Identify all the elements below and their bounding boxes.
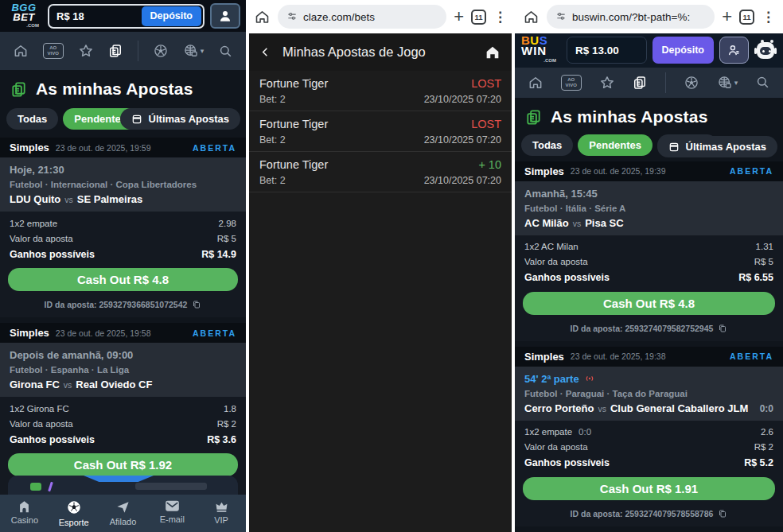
bet-date: 23 de out. de 2025, 19:39 [571, 166, 723, 176]
stake-row: Valor da apostaR$ 5 [0, 231, 246, 246]
live-nav-icon[interactable]: AO VIVO [43, 43, 64, 59]
partially-visible-card[interactable] [8, 476, 238, 495]
address-bar[interactable]: claze.com/bets [278, 5, 446, 29]
last-bets-button[interactable]: Últimas Apostas [120, 108, 240, 130]
stake-row: Valor da apostaR$ 2 [0, 416, 246, 431]
soccer-icon[interactable] [153, 43, 169, 59]
support-bot-icon[interactable] [754, 40, 777, 60]
page-title: As minhas Apostas [36, 80, 193, 99]
casino-icon [17, 499, 32, 513]
soccer-ball-icon [66, 499, 82, 515]
bottom-nav-afilado[interactable]: Afilado [99, 499, 146, 526]
page-title-row: As minhas Apostas [0, 70, 246, 105]
browser-home-icon[interactable] [523, 9, 540, 25]
deposit-button[interactable]: Depósito [652, 37, 714, 64]
bet-teams: AC Milão vs Pisa SC [524, 217, 773, 229]
crown-icon [214, 499, 229, 513]
tab-todas[interactable]: Todas [521, 134, 573, 156]
game-bet-row[interactable]: Fortune TigerLOST Bet: 223/10/2025 07:20 [249, 111, 512, 152]
search-icon[interactable] [218, 44, 233, 59]
copy-icon[interactable] [192, 300, 201, 309]
game-name: Fortune Tiger [259, 118, 328, 130]
live-nav-icon[interactable]: AO VIVO [561, 75, 582, 91]
bggbet-logo[interactable]: BGG BET .COM [6, 2, 42, 30]
address-bar[interactable]: buswin.com/?bt-path=%: [547, 5, 715, 29]
game-bet-row[interactable]: Fortune Tiger+ 10 Bet: 223/10/2025 07:20 [249, 152, 512, 192]
search-icon[interactable] [755, 75, 770, 90]
bggbet-topbar: BGG BET .COM R$ 18 Depósito [0, 0, 246, 32]
account-button[interactable] [719, 37, 749, 64]
cashout-button[interactable]: Cash Out R$ 4.8 [8, 268, 238, 291]
bet-date: 23 de out. de 2025, 19:58 [56, 328, 186, 338]
blue-handle [84, 476, 154, 482]
browser-home-icon[interactable] [254, 9, 271, 25]
page-title-row: As minhas Apostas [515, 98, 783, 133]
game-bet-row[interactable]: Fortune TigerLOST Bet: 223/10/2025 07:20 [249, 71, 512, 111]
cashout-button[interactable]: Cash Out R$ 1.91 [523, 477, 775, 500]
favorites-star-icon[interactable] [599, 75, 615, 91]
copy-icon[interactable] [718, 324, 727, 333]
bottom-nav-esporte[interactable]: Esporte [51, 499, 97, 527]
person-card-icon [727, 43, 742, 58]
tab-pendentes[interactable]: Pendentes [578, 134, 652, 156]
cashout-button[interactable]: Cash Out R$ 4.8 [523, 292, 775, 315]
bet-card: Simples 23 de out. de 2025, 19:59 ABERTA… [0, 138, 246, 317]
new-tab-icon[interactable]: + [454, 8, 464, 25]
back-icon[interactable] [259, 46, 271, 58]
nav-divider [138, 41, 138, 61]
soccer-icon[interactable] [684, 75, 699, 91]
bet-amount: Bet: 2 [259, 175, 286, 186]
odds-row: 1x2 Girona FC1.8 [0, 401, 246, 416]
claze-browser: claze.com/bets + 11 ⋮ Minhas Apostas de … [246, 0, 515, 532]
all-sports-icon[interactable]: ▾ [183, 43, 205, 59]
bet-league: Futebol · Internacional · Copa Libertado… [10, 180, 236, 189]
bet-type: Simples [10, 142, 49, 153]
tab-counter[interactable]: 11 [739, 10, 754, 25]
bet-datetime: 23/10/2025 07:20 [424, 175, 501, 186]
bets-filter-tabs: Todas Pendentes Ganhas Últimas Apostas [515, 133, 783, 161]
all-sports-icon[interactable]: ▾ [717, 75, 738, 91]
chevron-down-icon: ▾ [201, 47, 205, 55]
new-tab-icon[interactable]: + [722, 8, 732, 25]
my-bets-green-icon [10, 80, 28, 99]
bet-league: Futebol · Paraguai · Taça do Paraguai [524, 389, 773, 398]
buswin-logo[interactable]: BUS WIN .COM [521, 35, 561, 66]
bottom-nav-vip[interactable]: VIP [198, 499, 244, 525]
bottom-nav-casino[interactable]: Casino [2, 499, 48, 525]
my-bets-icon[interactable] [107, 43, 123, 59]
bets-filter-tabs: Todas Pendentes Ganhas Últimas Apostas [0, 105, 246, 138]
bet-id-row: ID da aposta: 2593274079582752945 [515, 315, 783, 335]
bet-status-badge: ABERTA [730, 166, 773, 176]
cashout-button[interactable]: Cash Out R$ 1.92 [8, 453, 238, 476]
odds-row: 1x2 empate2.98 [0, 216, 246, 231]
browser-menu-icon[interactable]: ⋮ [762, 9, 775, 25]
my-bets-icon[interactable] [632, 75, 648, 91]
bet-card: Simples 23 de out. de 2025, 19:39 ABERTA… [515, 161, 783, 341]
favorites-star-icon[interactable] [78, 43, 94, 59]
page-title: As minhas Apostas [551, 107, 708, 126]
deposit-button[interactable]: Depósito [142, 6, 201, 26]
browser-menu-icon[interactable]: ⋮ [493, 9, 507, 25]
bet-amount: Bet: 2 [259, 94, 286, 105]
balance-amount: R$ 13.00 [575, 45, 619, 56]
envelope-icon [165, 499, 180, 512]
bet-league: Futebol · Espanha · La Liga [10, 365, 236, 375]
home-filled-icon[interactable] [484, 44, 501, 61]
possible-winnings-row: Ganhos possíveisR$ 14.9 [0, 246, 246, 262]
balance-amount: R$ 18 [56, 10, 142, 22]
calendar-icon [131, 114, 142, 125]
tab-counter[interactable]: 11 [471, 10, 486, 25]
tab-todas[interactable]: Todas [6, 108, 58, 130]
bet-teams: LDU Quito vs SE Palmeiras [10, 193, 236, 205]
game-name: Fortune Tiger [259, 77, 328, 90]
home-icon[interactable] [528, 75, 543, 91]
copy-icon[interactable] [718, 509, 727, 518]
last-bets-button[interactable]: Últimas Apostas [657, 136, 777, 157]
account-button[interactable] [210, 3, 240, 29]
bet-type: Simples [10, 327, 49, 339]
bet-teams: Cerro Porteño vs Club General Caballero … [524, 402, 773, 414]
bottom-nav-email[interactable]: E-mail [149, 499, 195, 524]
claze-page: Minhas Apostas de Jogo Fortune TigerLOST… [246, 33, 515, 532]
game-name: Fortune Tiger [259, 158, 328, 171]
home-icon[interactable] [13, 43, 29, 59]
